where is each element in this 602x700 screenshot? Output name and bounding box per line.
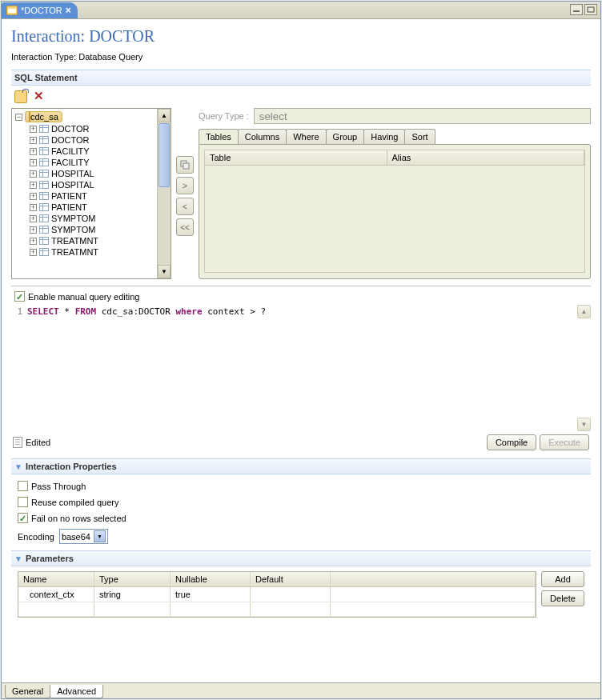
table-icon bbox=[39, 147, 49, 155]
parameters-table[interactable]: Name Type Nullable Default context_ctx s… bbox=[18, 571, 536, 618]
table-row[interactable]: context_ctx string true bbox=[18, 587, 536, 602]
scroll-up-icon[interactable]: ▲ bbox=[158, 109, 171, 122]
bottom-tab-bar: General Advanced bbox=[2, 682, 600, 698]
table-icon bbox=[39, 203, 49, 211]
expand-icon[interactable]: + bbox=[30, 238, 37, 245]
editor-scrollbar[interactable]: ▲ ▼ bbox=[577, 305, 591, 431]
tree-item[interactable]: +FACILITY bbox=[14, 146, 155, 157]
schema-tree: − cdc_sa +DOCTOR+DOCTOR+FACILITY+FACILIT… bbox=[11, 108, 171, 279]
tab-columns[interactable]: Columns bbox=[238, 129, 287, 144]
tree-item[interactable]: +TREATMNT bbox=[14, 246, 155, 258]
tree-item[interactable]: +DOCTOR bbox=[14, 123, 155, 134]
table-icon bbox=[39, 125, 49, 133]
tab-title: *DOCTOR bbox=[21, 6, 62, 15]
query-type-input[interactable] bbox=[254, 108, 591, 124]
expand-icon[interactable]: + bbox=[30, 182, 37, 189]
remove-all-button[interactable]: << bbox=[176, 218, 194, 236]
col-nullable[interactable]: Nullable bbox=[171, 572, 251, 586]
tab-tables[interactable]: Tables bbox=[199, 129, 239, 144]
scroll-down-icon[interactable]: ▼ bbox=[577, 418, 591, 431]
tab-advanced[interactable]: Advanced bbox=[50, 685, 103, 698]
interaction-properties-header[interactable]: ▼ Interaction Properties bbox=[11, 458, 591, 474]
table-icon bbox=[39, 192, 49, 200]
document-tab[interactable]: *DOCTOR × bbox=[2, 2, 78, 18]
compile-button[interactable]: Compile bbox=[487, 434, 536, 450]
encoding-select[interactable]: base64 ▼ bbox=[59, 529, 108, 544]
table-icon bbox=[39, 248, 49, 256]
page-icon bbox=[13, 437, 22, 448]
sql-section-header: SQL Statement bbox=[11, 70, 591, 86]
maximize-button[interactable] bbox=[584, 4, 597, 15]
chevron-down-icon[interactable]: ▼ bbox=[94, 530, 106, 542]
tree-item[interactable]: +PATIENT bbox=[14, 190, 155, 202]
expand-icon[interactable]: + bbox=[30, 126, 37, 133]
delete-button[interactable]: Delete bbox=[541, 590, 584, 606]
page-title: Interaction: DOCTOR bbox=[11, 27, 591, 46]
tree-item[interactable]: +HOSPITAL bbox=[14, 168, 155, 179]
editor-status-label: Edited bbox=[26, 438, 50, 447]
table-icon bbox=[39, 181, 49, 189]
collapse-icon[interactable]: − bbox=[15, 114, 22, 121]
scroll-thumb[interactable] bbox=[159, 123, 170, 187]
chevron-down-icon: ▼ bbox=[14, 554, 22, 563]
table-row[interactable] bbox=[18, 602, 536, 617]
interaction-type-label: Interaction Type: Database Query bbox=[11, 52, 591, 62]
expand-icon[interactable]: + bbox=[30, 148, 37, 155]
col-name[interactable]: Name bbox=[18, 572, 94, 586]
pass-through-label: Pass Through bbox=[31, 482, 86, 491]
col-table[interactable]: Table bbox=[205, 150, 387, 165]
tree-item[interactable]: +PATIENT bbox=[14, 202, 155, 213]
execute-button[interactable]: Execute bbox=[540, 434, 589, 450]
tree-item[interactable]: +SYMPTOM bbox=[14, 213, 155, 224]
tab-where[interactable]: Where bbox=[286, 129, 326, 144]
expand-icon[interactable]: + bbox=[30, 215, 37, 222]
fail-no-rows-label: Fail on no rows selected bbox=[31, 514, 126, 523]
scroll-down-icon[interactable]: ▼ bbox=[158, 265, 171, 278]
reuse-compiled-checkbox[interactable] bbox=[18, 497, 28, 507]
tree-root-node[interactable]: cdc_sa bbox=[25, 111, 62, 122]
col-type[interactable]: Type bbox=[94, 572, 171, 586]
expand-icon[interactable]: + bbox=[30, 159, 37, 166]
tab-general[interactable]: General bbox=[5, 685, 50, 698]
col-alias[interactable]: Alias bbox=[387, 150, 584, 165]
tree-item[interactable]: +TREATMNT bbox=[14, 235, 155, 246]
col-extra[interactable] bbox=[331, 572, 536, 586]
scroll-up-icon[interactable]: ▲ bbox=[577, 305, 591, 318]
tables-tab-panel: Table Alias bbox=[199, 144, 591, 279]
expand-icon[interactable]: + bbox=[30, 249, 37, 256]
fail-no-rows-checkbox[interactable] bbox=[18, 513, 28, 523]
expand-icon[interactable]: + bbox=[30, 204, 37, 211]
minimize-button[interactable] bbox=[570, 4, 583, 15]
tree-item[interactable]: +FACILITY bbox=[14, 157, 155, 168]
add-button[interactable]: Add bbox=[541, 571, 584, 587]
interaction-icon bbox=[6, 6, 18, 15]
table-icon bbox=[39, 158, 49, 166]
expand-icon[interactable]: + bbox=[30, 137, 37, 144]
sql-editor[interactable]: 1 SELECT * FROM cdc_sa:DOCTOR where cont… bbox=[11, 305, 591, 431]
tab-group[interactable]: Group bbox=[326, 129, 365, 144]
tree-item[interactable]: +DOCTOR bbox=[14, 134, 155, 146]
add-right-button[interactable]: > bbox=[176, 177, 194, 194]
expand-icon[interactable]: + bbox=[30, 226, 37, 234]
tab-having[interactable]: Having bbox=[363, 129, 405, 144]
tree-item[interactable]: +SYMPTOM bbox=[14, 224, 155, 235]
enable-manual-query-label: Enable manual query editing bbox=[28, 292, 139, 302]
remove-left-button[interactable]: < bbox=[176, 198, 194, 215]
open-icon[interactable] bbox=[14, 90, 27, 103]
table-icon bbox=[39, 237, 49, 245]
pass-through-checkbox[interactable] bbox=[18, 481, 28, 491]
copy-button[interactable] bbox=[176, 156, 194, 174]
svg-rect-1 bbox=[588, 7, 594, 12]
parameters-header[interactable]: ▼ Parameters bbox=[11, 550, 591, 566]
chevron-down-icon: ▼ bbox=[14, 462, 22, 471]
table-icon bbox=[39, 226, 49, 234]
expand-icon[interactable]: + bbox=[30, 193, 37, 200]
tab-sort[interactable]: Sort bbox=[404, 129, 435, 144]
expand-icon[interactable]: + bbox=[30, 170, 37, 178]
tree-scrollbar[interactable]: ▲ ▼ bbox=[157, 109, 171, 278]
delete-icon[interactable]: ✕ bbox=[32, 90, 45, 103]
col-default[interactable]: Default bbox=[251, 572, 331, 586]
enable-manual-query-checkbox[interactable] bbox=[14, 291, 25, 302]
tree-item[interactable]: +HOSPITAL bbox=[14, 179, 155, 190]
close-icon[interactable]: × bbox=[66, 5, 71, 16]
